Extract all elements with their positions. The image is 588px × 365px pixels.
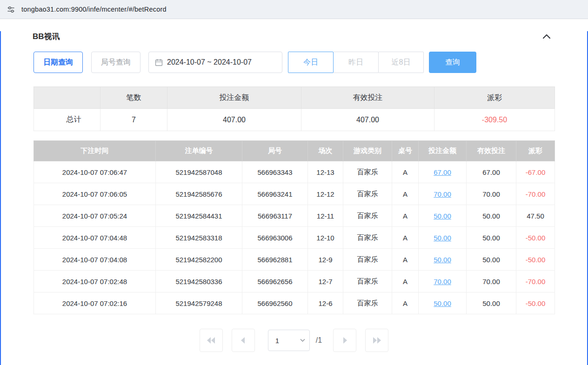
bet-amount-link[interactable]: 50.00	[434, 256, 451, 264]
collapse-panel-button[interactable]	[541, 32, 553, 41]
session-cell: 12-6	[308, 292, 343, 314]
round-query-tab[interactable]: 局号查询	[91, 52, 140, 73]
browser-address-bar[interactable]: tongbao31.com:9900/infe/mcenter/#/betRec…	[0, 0, 588, 19]
bet-table-header-row: 下注时间 注单编号 局号 场次 游戏类别 桌号 投注金额 有效投注 派彩	[34, 141, 555, 161]
last-8-days-button[interactable]: 近8日	[378, 52, 424, 73]
bet-time-cell: 2024-10-07 07:05:24	[34, 205, 156, 227]
valid-bet-cell: 67.00	[467, 161, 516, 183]
bet-time-cell: 2024-10-07 07:06:47	[34, 161, 156, 183]
bet-amount-cell: 50.00	[419, 249, 467, 271]
bet-amount-link[interactable]: 70.00	[434, 278, 451, 285]
bet-time-cell: 2024-10-07 07:04:08	[34, 249, 156, 271]
payout-value: -70.00	[526, 190, 546, 198]
right-arrow-icon	[340, 336, 350, 345]
date-range-picker[interactable]: 2024-10-07 ~ 2024-10-07	[148, 52, 282, 73]
first-page-button[interactable]	[200, 329, 223, 352]
panel-header: BB视讯	[33, 31, 553, 42]
date-range-value: 2024-10-07 ~ 2024-10-07	[167, 58, 252, 66]
search-button[interactable]: 查询	[429, 52, 476, 73]
bet-amount-cell: 70.00	[419, 271, 467, 292]
bet-time-cell: 2024-10-07 07:04:48	[34, 227, 156, 249]
bet-record-panel: BB视讯 日期查询 局号查询 2024-10-07 ~ 2024-10-07	[0, 31, 588, 365]
bet-time-cell: 2024-10-07 07:06:05	[34, 183, 156, 205]
round-no-cell: 566963006	[242, 227, 308, 249]
date-query-tab[interactable]: 日期查询	[33, 52, 83, 73]
round-no-cell: 566963117	[242, 205, 308, 227]
last-page-button[interactable]	[365, 329, 388, 352]
round-no-cell: 566963241	[242, 183, 308, 205]
bet-record-table: 下注时间 注单编号 局号 场次 游戏类别 桌号 投注金额 有效投注 派彩 202…	[33, 140, 555, 314]
bet-table-body: 2024-10-07 07:06:47 521942587048 5669633…	[34, 161, 555, 314]
next-page-button[interactable]	[333, 329, 356, 352]
round-no-cell: 566962560	[242, 292, 308, 314]
bet-amount-link[interactable]: 50.00	[434, 212, 451, 220]
game-type-cell: 百家乐	[343, 205, 392, 227]
valid-bet-cell: 50.00	[467, 227, 516, 249]
chevron-up-icon	[542, 34, 551, 39]
table-no-cell: A	[392, 271, 419, 292]
page-select-wrapper: 1	[268, 330, 310, 351]
table-no-cell: A	[392, 292, 419, 314]
summary-header-blank	[34, 87, 100, 109]
page-select[interactable]: 1	[268, 330, 309, 351]
bet-amount-cell: 50.00	[419, 205, 467, 227]
session-cell: 12-9	[308, 249, 343, 271]
order-id-cell: 521942579248	[156, 292, 242, 314]
yesterday-button[interactable]: 昨日	[333, 52, 379, 73]
payout-value: -50.00	[526, 256, 546, 264]
table-row: 2024-10-07 07:06:47 521942587048 5669633…	[34, 161, 555, 183]
summary-count-value: 7	[100, 109, 167, 131]
payout-cell: -67.00	[516, 161, 555, 183]
header-valid-bet: 有效投注	[467, 141, 516, 161]
header-bet-time: 下注时间	[34, 141, 156, 161]
payout-value: -50.00	[526, 299, 546, 307]
bet-time-cell: 2024-10-07 07:02:48	[34, 271, 156, 292]
bet-amount-link[interactable]: 67.00	[434, 168, 451, 176]
pagination: 1 /1	[1, 329, 587, 352]
table-no-cell: A	[392, 205, 419, 227]
header-table-no: 桌号	[392, 141, 419, 161]
payout-cell: -70.00	[516, 271, 555, 292]
table-row: 2024-10-07 07:04:08 521942582200 5669628…	[34, 249, 555, 271]
summary-header-valid-bet: 有效投注	[301, 87, 434, 109]
session-cell: 12-7	[308, 271, 343, 292]
payout-value: -67.00	[526, 168, 546, 176]
table-row: 2024-10-07 07:02:16 521942579248 5669625…	[34, 292, 555, 314]
game-type-cell: 百家乐	[343, 227, 392, 249]
valid-bet-cell: 50.00	[467, 292, 516, 314]
bet-amount-link[interactable]: 70.00	[434, 190, 451, 198]
order-id-cell: 521942582200	[156, 249, 242, 271]
session-cell: 12-10	[308, 227, 343, 249]
order-id-cell: 521942587048	[156, 161, 242, 183]
session-cell: 12-13	[308, 161, 343, 183]
game-type-cell: 百家乐	[343, 292, 392, 314]
round-no-cell: 566962881	[242, 249, 308, 271]
site-info-icon[interactable]	[7, 5, 15, 14]
bet-amount-link[interactable]: 50.00	[434, 234, 451, 242]
game-type-cell: 百家乐	[343, 249, 392, 271]
prev-page-button[interactable]	[232, 329, 255, 352]
order-id-cell: 521942584431	[156, 205, 242, 227]
bet-amount-cell: 67.00	[419, 161, 467, 183]
table-no-cell: A	[392, 227, 419, 249]
double-left-arrow-icon	[206, 336, 216, 345]
payout-cell: -50.00	[516, 227, 555, 249]
bet-amount-cell: 70.00	[419, 183, 467, 205]
payout-value: -70.00	[526, 278, 546, 285]
table-row: 2024-10-07 07:02:48 521942580336 5669626…	[34, 271, 555, 292]
valid-bet-cell: 70.00	[467, 183, 516, 205]
url-text[interactable]: tongbao31.com:9900/infe/mcenter/#/betRec…	[21, 6, 167, 13]
order-id-cell: 521942580336	[156, 271, 242, 292]
today-button[interactable]: 今日	[288, 52, 334, 73]
filter-toolbar: 日期查询 局号查询 2024-10-07 ~ 2024-10-07 今日 昨日 …	[33, 52, 555, 73]
header-bet-amount: 投注金额	[419, 141, 467, 161]
summary-header-count: 笔数	[100, 87, 167, 109]
bet-amount-link[interactable]: 50.00	[434, 299, 451, 307]
payout-cell: 47.50	[516, 205, 555, 227]
bet-amount-cell: 50.00	[419, 227, 467, 249]
game-type-cell: 百家乐	[343, 271, 392, 292]
summary-header-bet-amount: 投注金额	[167, 87, 301, 109]
summary-payout-value: -309.50	[434, 109, 555, 131]
round-no-cell: 566962656	[242, 271, 308, 292]
summary-header-row: 笔数 投注金额 有效投注 派彩	[34, 87, 555, 109]
